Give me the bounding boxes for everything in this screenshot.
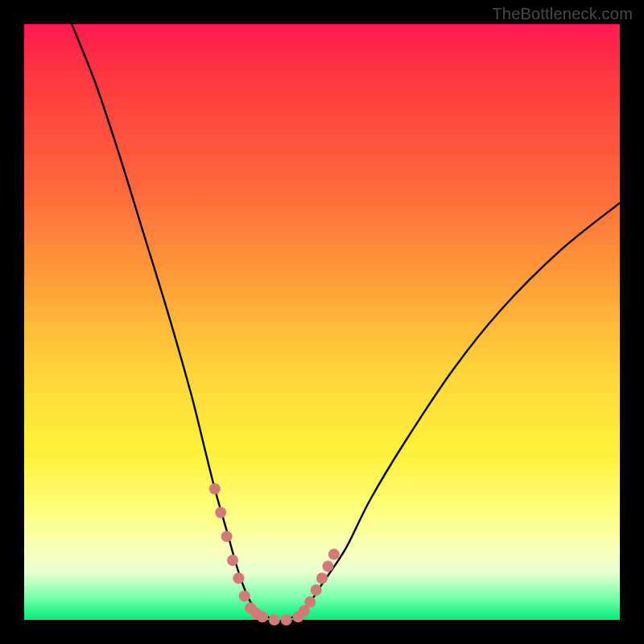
valley-marker-dot — [269, 614, 280, 625]
valley-marker-dot — [281, 614, 292, 625]
valley-marker-dot — [304, 597, 316, 608]
valley-marker-dot — [316, 572, 328, 584]
watermark-text: TheBottleneck.com — [492, 5, 633, 23]
valley-marker-dot — [221, 530, 233, 542]
valley-marker-dot — [227, 555, 238, 566]
chart-frame: TheBottleneck.com — [0, 0, 644, 644]
bottleneck-curve — [72, 24, 620, 620]
valley-marker-dot — [257, 611, 268, 622]
valley-marker-dot — [215, 507, 226, 518]
curve-left-branch — [72, 24, 275, 620]
valley-markers — [209, 483, 340, 625]
curve-layer — [24, 24, 620, 620]
valley-marker-dot — [311, 584, 322, 596]
valley-marker-dot — [233, 572, 244, 584]
valley-marker-dot — [322, 560, 333, 572]
plot-area — [24, 24, 620, 620]
valley-marker-dot — [328, 549, 340, 560]
valley-marker-dot — [209, 483, 221, 494]
valley-marker-dot — [239, 590, 250, 601]
